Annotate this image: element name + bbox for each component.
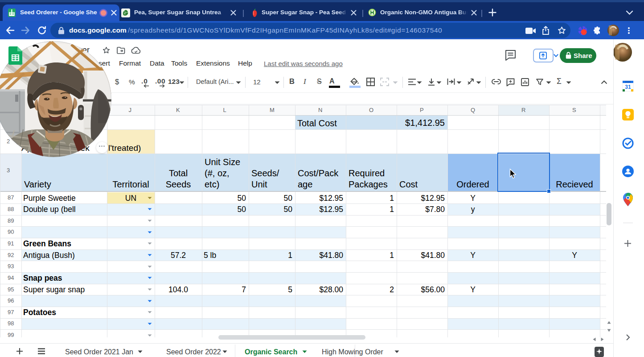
svg-text:31: 31 xyxy=(625,84,631,90)
